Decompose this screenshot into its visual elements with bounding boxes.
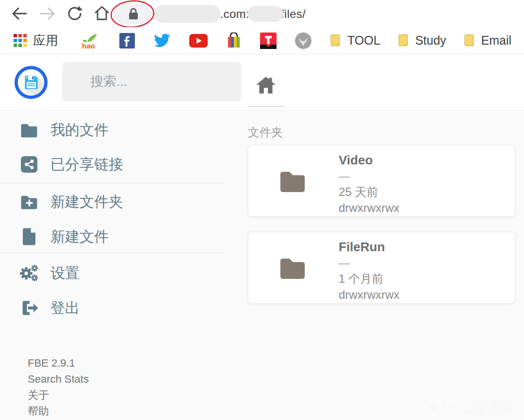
folder-icon xyxy=(19,123,39,138)
site-security-chip[interactable] xyxy=(114,3,153,24)
url-redaction-patch xyxy=(247,6,283,22)
footer-link-about[interactable]: 关于 xyxy=(28,387,89,403)
breadcrumb-underline xyxy=(248,106,285,107)
forward-icon xyxy=(38,4,57,23)
sidebar-divider xyxy=(0,183,223,183)
sidebar-item-new-folder[interactable]: 新建文件夹 xyxy=(19,192,123,212)
bookmark-folder-label: Email xyxy=(481,33,512,48)
smzdm-watermark: 值 什么值得买 xyxy=(426,398,515,415)
sidebar-item-shared-links[interactable]: 已分享链接 xyxy=(19,154,123,175)
floppy-logo-icon xyxy=(13,65,49,100)
bookmark-t-site[interactable] xyxy=(260,32,277,49)
watermark-text: 什么值得买 xyxy=(445,398,515,415)
folder-card-video[interactable]: Video — 25 天前 drwxrwxrwx xyxy=(248,145,515,217)
app-footer: FBE 2.9.1 Search Stats 关于 帮助 xyxy=(28,355,89,419)
back-button[interactable] xyxy=(10,4,29,23)
forward-button[interactable] xyxy=(38,4,57,23)
bookmark-folder-tool[interactable]: TOOL xyxy=(330,33,380,48)
browser-window: a.com: /files/ 应用 hao xyxy=(0,0,524,420)
logout-icon xyxy=(19,300,39,316)
folder-bookmark-icon xyxy=(464,34,475,47)
twitter-icon xyxy=(153,33,171,48)
sidebar-item-label: 新建文件 xyxy=(50,227,109,247)
bookmark-apps-label: 应用 xyxy=(33,32,58,49)
folder-permissions: drwxrwxrwx xyxy=(339,200,399,216)
sidebar-item-label: 设置 xyxy=(50,263,80,283)
folder-icon xyxy=(278,257,307,281)
breadcrumb-home-icon xyxy=(255,74,277,95)
bookmark-folder-email[interactable]: Email xyxy=(464,33,512,48)
bookmark-twitter[interactable] xyxy=(153,33,171,48)
footer-link-help[interactable]: 帮助 xyxy=(28,403,89,419)
folder-name: FileRun xyxy=(339,239,399,255)
home-icon xyxy=(93,4,111,23)
sidebar-item-label: 已分享链接 xyxy=(50,155,123,175)
gears-icon xyxy=(19,263,39,283)
hao123-icon: hao xyxy=(79,32,101,50)
reload-button[interactable] xyxy=(65,4,84,23)
folder-size: — xyxy=(339,168,399,184)
sidebar-item-logout[interactable]: 登出 xyxy=(19,298,80,318)
search-bar[interactable] xyxy=(62,62,241,101)
bookmark-youtube[interactable] xyxy=(189,34,208,48)
facebook-icon xyxy=(119,33,135,48)
shopping-bag-icon xyxy=(226,32,242,49)
section-title-folders: 文件夹 xyxy=(248,125,283,140)
bookmark-shopping[interactable] xyxy=(226,32,242,49)
bookmark-folder-label: Study xyxy=(415,33,446,48)
browser-toolbar: a.com: /files/ xyxy=(0,0,524,27)
folder-plus-icon xyxy=(19,194,39,210)
content-area: 我的文件 已分享链接 xyxy=(0,111,524,420)
watermark-badge: 值 xyxy=(426,399,441,414)
folder-modified: 25 天前 xyxy=(339,184,399,200)
bookmark-hao123[interactable]: hao xyxy=(79,32,101,50)
address-bar[interactable]: a.com: /files/ xyxy=(154,3,306,24)
search-input[interactable] xyxy=(90,74,262,89)
youtube-icon xyxy=(189,34,208,48)
bookmark-facebook[interactable] xyxy=(119,33,135,48)
url-redaction-patch xyxy=(154,5,220,23)
gray-emblem-icon xyxy=(295,32,311,49)
back-icon xyxy=(10,4,29,23)
t-site-icon xyxy=(260,32,277,49)
breadcrumb-home[interactable] xyxy=(255,74,277,95)
share-icon xyxy=(19,156,39,173)
sidebar-divider xyxy=(0,253,223,253)
svg-text:hao: hao xyxy=(82,42,95,50)
home-button[interactable] xyxy=(92,4,112,23)
sidebar-item-settings[interactable]: 设置 xyxy=(19,263,80,283)
footer-link-search-stats[interactable]: Search Stats xyxy=(28,371,89,387)
app-version: FBE 2.9.1 xyxy=(28,355,89,371)
bookmark-folder-study[interactable]: Study xyxy=(398,33,446,48)
folder-name: Video xyxy=(339,152,399,168)
folder-size: — xyxy=(339,255,399,271)
sidebar-item-label: 新建文件夹 xyxy=(50,192,123,212)
folder-icon xyxy=(278,170,307,194)
sidebar-item-my-files[interactable]: 我的文件 xyxy=(19,120,109,140)
sidebar-item-new-file[interactable]: 新建文件 xyxy=(19,226,109,247)
bookmark-apps[interactable]: 应用 xyxy=(14,32,58,49)
apps-grid-icon xyxy=(14,34,27,47)
file-icon xyxy=(19,228,39,245)
app-logo[interactable] xyxy=(13,65,49,100)
reload-icon xyxy=(66,5,83,22)
folder-bookmark-icon xyxy=(330,34,341,47)
sidebar-item-label: 我的文件 xyxy=(50,120,109,140)
app-header xyxy=(0,55,524,111)
bookmark-emblem[interactable] xyxy=(295,32,311,49)
folder-card-filerun[interactable]: FileRun — 1 个月前 drwxrwxrwx xyxy=(248,232,515,304)
folder-modified: 1 个月前 xyxy=(339,271,399,287)
lock-icon xyxy=(128,7,139,21)
folder-bookmark-icon xyxy=(398,34,409,47)
bookmarks-bar: 应用 hao xyxy=(0,27,524,54)
bookmark-folder-label: TOOL xyxy=(347,33,380,48)
folder-permissions: drwxrwxrwx xyxy=(339,287,399,303)
sidebar-item-label: 登出 xyxy=(50,298,80,318)
